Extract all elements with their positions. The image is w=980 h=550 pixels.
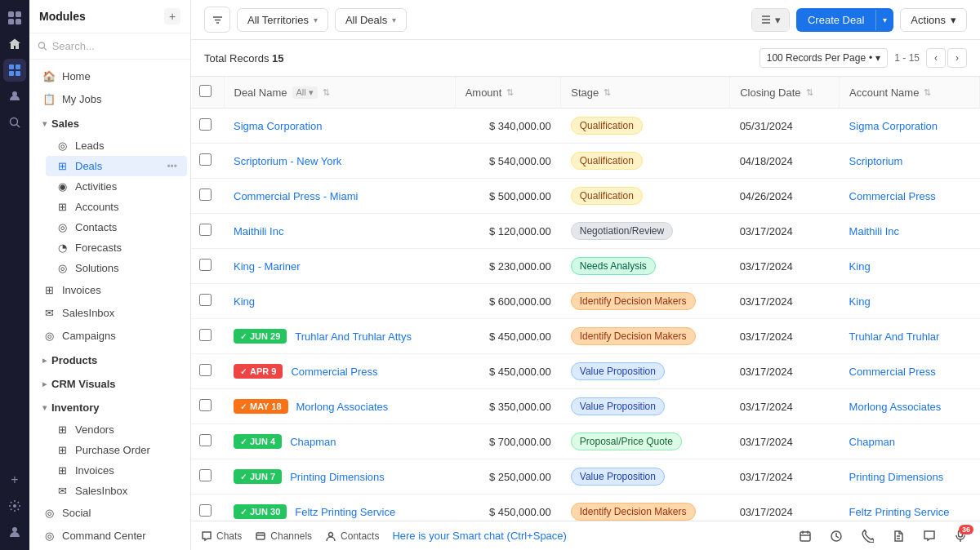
deal-name-link[interactable]: Chapman [290,436,336,448]
table-row[interactable]: ✓MAY 18Morlong Associates$ 350,000.00Val… [191,389,980,424]
task-badge[interactable]: ✓MAY 18 [234,399,288,414]
territory-dropdown[interactable]: All Territories ▾ [237,8,328,32]
account-name-link[interactable]: King [849,260,871,273]
prev-page-button[interactable]: ‹ [926,48,946,68]
table-row[interactable]: Sigma Corporation$ 340,000.00Qualificati… [191,109,980,144]
sort-amount-icon[interactable]: ⇅ [506,87,514,98]
row-checkbox[interactable] [199,399,212,411]
per-page-select[interactable]: 100 Records Per Page • ▾ [760,48,889,68]
row-checkbox[interactable] [199,294,212,306]
document-icon[interactable] [889,526,908,546]
task-badge[interactable]: ✓JUN 30 [234,504,287,519]
sidebar-section-sales[interactable]: ▾ Sales [33,113,187,134]
sidebar-item-vendors[interactable]: ⊞ Vendors [46,419,187,440]
phone-icon[interactable] [858,526,877,546]
calendar-icon[interactable] [795,526,815,546]
add-rail-icon[interactable]: + [3,468,26,491]
account-name-link[interactable]: Sigma Corporation [849,120,938,132]
task-badge[interactable]: ✓JUN 4 [234,434,282,449]
account-name-link[interactable]: Commercial Press [849,366,936,378]
row-checkbox[interactable] [199,189,212,201]
sidebar-item-contacts[interactable]: ◎ Contacts [46,217,187,237]
mic-icon[interactable]: 36 [951,526,970,546]
task-badge[interactable]: ✓APR 9 [234,364,283,379]
sidebar-item-command-center[interactable]: ◎ Command Center [33,525,187,547]
app-logo-icon[interactable] [3,7,26,29]
sidebar-item-social[interactable]: ◎ Social [33,502,187,524]
account-name-link[interactable]: Truhlar And Truhlar [849,330,940,343]
channels-tab[interactable]: Channels [255,530,312,542]
deal-name-link[interactable]: Scriptorium - New York [234,155,341,167]
sidebar-item-solutions[interactable]: ◎ Solutions [46,258,187,278]
table-row[interactable]: Scriptorium - New York$ 540,000.00Qualif… [191,144,980,179]
sidebar-item-leads[interactable]: ◎ Leads [46,135,187,156]
row-checkbox[interactable] [199,224,212,236]
row-checkbox[interactable] [199,259,212,271]
account-name-link[interactable]: Maithili Inc [849,225,899,237]
table-row[interactable]: Commercial Press - Miami$ 500,000.00Qual… [191,179,980,214]
deals-rail-icon[interactable] [3,59,26,82]
add-module-button[interactable]: + [164,8,180,24]
row-checkbox[interactable] [199,153,212,166]
sidebar-item-home[interactable]: 🏠 Home [33,65,187,87]
sidebar-section-products[interactable]: ▸ Products [33,350,187,370]
home-rail-icon[interactable] [3,33,26,55]
select-all-checkbox[interactable] [199,85,212,97]
deal-name-link[interactable]: Truhlar And Truhlar Attys [295,330,412,343]
chats-tab[interactable]: Chats [201,530,242,542]
row-checkbox[interactable] [199,469,212,481]
table-row[interactable]: King - Mariner$ 230,000.00Needs Analysis… [191,249,980,284]
account-name-link[interactable]: Printing Dimensions [849,471,944,483]
sort-stage-icon[interactable]: ⇅ [604,87,611,98]
row-checkbox[interactable] [199,434,212,446]
create-deal-arrow-icon[interactable]: ▾ [875,10,893,30]
sidebar-item-invoices[interactable]: ⊞ Invoices [33,279,187,301]
search-input[interactable] [52,40,182,52]
task-badge[interactable]: ✓JUN 7 [234,469,282,484]
contacts-tab[interactable]: Contacts [325,530,379,542]
sidebar-item-purchase-order[interactable]: ⊞ Purchase Order [46,440,187,460]
clock-icon[interactable] [826,526,846,546]
row-checkbox[interactable] [199,504,212,517]
table-row[interactable]: ✓JUN 7Printing Dimensions$ 250,000.00Val… [191,459,980,495]
deal-name-link[interactable]: Commercial Press [291,366,377,378]
deal-name-link[interactable]: Sigma Corporation [234,120,322,132]
sidebar-item-forecasts[interactable]: ◔ Forecasts [46,237,187,258]
deal-name-link[interactable]: King - Mariner [234,260,301,273]
row-checkbox[interactable] [199,329,212,341]
account-name-link[interactable]: King [849,295,871,308]
list-view-button[interactable]: ▾ [752,9,789,31]
create-deal-button[interactable]: Create Deal ▾ [796,8,893,32]
account-name-link[interactable]: Chapman [849,436,895,448]
account-name-link[interactable]: Morlong Associates [849,401,942,413]
sidebar-item-accounts[interactable]: ⊞ Accounts [46,197,187,217]
task-badge[interactable]: ✓JUN 29 [234,329,287,344]
sidebar-item-salesinbox2[interactable]: ✉ SalesInbox [46,481,187,501]
row-checkbox[interactable] [199,118,212,131]
deal-name-link[interactable]: Commercial Press - Miami [234,190,358,202]
table-row[interactable]: ✓APR 9Commercial Press$ 450,000.00Value … [191,354,980,389]
deal-name-link[interactable]: Maithili Inc [234,225,283,237]
account-name-link[interactable]: Scriptorium [849,155,903,167]
sort-closing-date-icon[interactable]: ⇅ [806,87,813,98]
sidebar-item-campaigns[interactable]: ◎ Campaigns [33,325,187,347]
table-row[interactable]: King$ 600,000.00Identify Decision Makers… [191,284,980,319]
table-row[interactable]: Maithili Inc$ 120,000.00Negotiation/Revi… [191,214,980,249]
account-name-link[interactable]: Commercial Press [849,190,936,202]
settings-rail-icon[interactable] [3,495,26,517]
deal-name-link[interactable]: Printing Dimensions [290,471,385,483]
smart-chat-input[interactable]: Here is your Smart chat (Ctrl+Space) [392,530,782,542]
filter-button[interactable] [204,7,230,33]
contacts-rail-icon[interactable] [3,85,26,108]
deal-name-link[interactable]: Feltz Printing Service [295,506,395,518]
sidebar-item-invoices2[interactable]: ⊞ Invoices [46,460,187,481]
sidebar-item-my-jobs[interactable]: 📋 My Jobs [33,88,187,110]
deal-name-link[interactable]: King [234,295,255,308]
table-row[interactable]: ✓JUN 4Chapman$ 700,000.00Proposal/Price … [191,424,980,459]
actions-dropdown[interactable]: Actions ▾ [900,8,967,32]
sidebar-section-crm-visuals[interactable]: ▸ CRM Visuals [33,374,187,394]
more-icon[interactable]: ••• [167,161,177,172]
filter-all-badge[interactable]: All ▾ [292,86,318,99]
sidebar-item-activities[interactable]: ◉ Activities [46,176,187,197]
account-name-link[interactable]: Feltz Printing Service [849,506,950,518]
